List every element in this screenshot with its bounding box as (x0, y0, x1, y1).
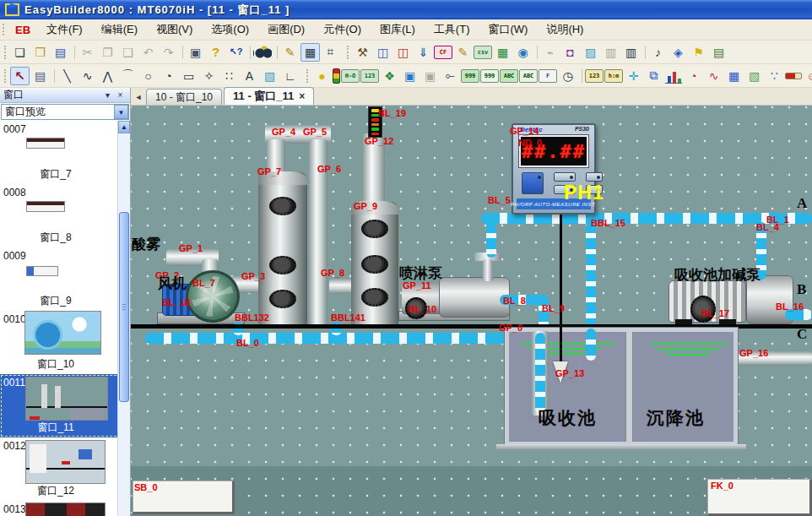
scale-icon[interactable]: ∷ (219, 67, 239, 85)
set-word-icon[interactable]: 123 (360, 69, 379, 83)
window-thumbnail[interactable] (25, 377, 108, 421)
canvas-label[interactable]: GP_12 (365, 136, 393, 146)
undo-icon[interactable]: ↶ (138, 43, 158, 62)
canvas-label[interactable]: B (797, 282, 806, 298)
bit-lamp-icon[interactable]: ● (312, 67, 332, 85)
select-arrow-icon[interactable]: ↖ (10, 67, 30, 85)
canvas-label[interactable]: BL_4 (756, 222, 779, 232)
window-thumbnail[interactable] (26, 266, 58, 276)
window-list-item[interactable]: 0012 窗口_12 (0, 437, 130, 501)
cyan-pipe-bl0[interactable] (145, 333, 513, 344)
toggle-switch-icon[interactable]: H-O (341, 69, 360, 83)
polyline-icon[interactable]: ⋀ (98, 67, 117, 85)
canvas-label[interactable]: SB_0 (134, 482, 158, 492)
menu-item[interactable]: 画图(D) (258, 19, 314, 40)
new-file-icon[interactable]: ❏ (10, 43, 30, 62)
line-icon[interactable]: ╲ (57, 67, 77, 85)
canvas-label[interactable]: GP_0 (499, 323, 522, 333)
system-clock-icon[interactable]: ◷ (558, 67, 577, 85)
scroll-up-icon[interactable]: ▲ (118, 121, 130, 133)
meter-button-large[interactable] (522, 172, 544, 194)
canvas-label[interactable]: 酸雾 (132, 237, 160, 253)
canvas-label[interactable]: GP_16 (739, 348, 768, 358)
window-list-item[interactable]: 0011 窗口_11 (0, 374, 130, 437)
cf-card-icon[interactable]: CF (434, 46, 452, 59)
canvas-label[interactable]: GP_1 (179, 243, 203, 253)
menu-item[interactable]: 元件(O) (314, 19, 371, 40)
canvas-label[interactable]: BL_5 (488, 195, 511, 205)
xy-plot-icon[interactable]: ∵ (765, 67, 784, 85)
word-lamp-icon[interactable]: ❖ (380, 67, 399, 85)
canvas-label[interactable]: BBL132 (235, 312, 269, 323)
canvas-label[interactable]: GP_14 (510, 126, 539, 136)
scrubber-tower-2[interactable] (351, 201, 398, 325)
canvas-label[interactable]: GP_8 (321, 268, 344, 278)
function-key-icon[interactable]: F (539, 69, 557, 83)
canvas-label[interactable]: FK_0 (711, 481, 734, 491)
cyan-pipe-bl15-drop[interactable] (586, 222, 596, 327)
word-display-icon[interactable]: 123 (585, 69, 604, 83)
canvas-label[interactable]: BL_0 (236, 338, 259, 348)
canvas-label[interactable]: BL_9 (542, 303, 565, 313)
tab-window-10[interactable]: 10 - 窗口_10 (146, 89, 222, 105)
valve-stem[interactable] (483, 259, 493, 281)
pane-collapse-icon[interactable]: ▾ (101, 90, 114, 101)
online-simulate-icon[interactable]: ◉ (513, 43, 533, 62)
time-display-icon[interactable]: h:m (604, 69, 623, 83)
picture-icon[interactable]: ▧ (260, 67, 279, 85)
menu-item[interactable]: 说明(H) (537, 19, 593, 40)
canvas-label[interactable]: BL_16 (776, 301, 804, 312)
help-icon[interactable]: ? (206, 43, 225, 62)
window-thumbnail[interactable] (26, 138, 65, 149)
menu-item[interactable]: 编辑(E) (92, 19, 147, 40)
meter-display-icon[interactable]: ◔ (684, 67, 703, 85)
open-file-icon[interactable]: ❒ (30, 43, 50, 62)
canvas-label[interactable]: 吸收池加碱泵 (674, 268, 761, 284)
cabinet-icon[interactable]: ▥ (621, 43, 641, 62)
chevron-down-icon[interactable]: ▾ (114, 105, 128, 119)
tab-window-11[interactable]: 11 - 窗口_11 × (224, 87, 314, 105)
menu-item[interactable]: 文件(F) (37, 19, 92, 40)
compile-icon[interactable]: ◫ (373, 43, 392, 62)
canvas-label[interactable]: GP_6 (317, 164, 341, 174)
key-object-icon[interactable]: ⟜ (441, 67, 460, 85)
download-icon[interactable]: ⇓ (414, 43, 433, 62)
canvas-label[interactable]: C (797, 327, 807, 343)
canvas-label[interactable]: BL_17 (701, 308, 729, 318)
find-icon[interactable] (253, 43, 273, 62)
canvas-label[interactable]: ND_0 (518, 138, 542, 148)
meter-button[interactable] (554, 172, 576, 182)
csv-icon[interactable]: csv (474, 46, 492, 59)
window-thumbnail[interactable] (25, 502, 106, 516)
design-canvas[interactable]: Dentec PS30 ##.## PH/ORP AUTO-MEA (131, 106, 812, 516)
frame-icon[interactable]: ∟ (280, 67, 300, 85)
circle-icon[interactable]: ○ (138, 67, 158, 85)
bezier-icon[interactable]: ∿ (78, 67, 97, 85)
direct-window-icon[interactable]: ▣ (400, 67, 420, 85)
recipe-table-icon[interactable]: ▦ (493, 43, 512, 62)
canvas-label[interactable]: 沉降池 (647, 408, 705, 427)
history-table-icon[interactable]: ▦ (724, 67, 744, 85)
window-preview-dropdown[interactable]: 窗口预览 ▾ (1, 104, 129, 120)
pen-icon[interactable]: ✎ (280, 43, 300, 62)
menu-item[interactable]: 工具(T) (425, 19, 479, 40)
text-icon[interactable]: A (240, 67, 259, 85)
canvas-label[interactable]: BBL141 (331, 312, 365, 323)
macro-icon[interactable]: ✎ (453, 43, 473, 62)
snap-icon[interactable]: ⌗ (321, 43, 340, 62)
menu-item[interactable]: 窗口(W) (479, 19, 537, 40)
save-icon[interactable]: ▤ (51, 43, 70, 62)
picture-view-icon[interactable]: ▧ (744, 67, 764, 85)
canvas-label[interactable]: 喷淋泵 (399, 266, 442, 282)
picture-manager-icon[interactable]: ▨ (581, 43, 600, 62)
rectangle-icon[interactable]: ▭ (179, 67, 198, 85)
multi-state-lamp-icon[interactable] (333, 68, 340, 84)
alarm-bar-icon[interactable] (785, 73, 802, 79)
canvas-label[interactable]: GP_11 (403, 280, 431, 291)
copy-icon[interactable]: ❐ (98, 43, 117, 62)
tab-scroll-left-icon[interactable]: ◄ (133, 90, 144, 104)
canvas-label[interactable]: A (797, 196, 807, 212)
arc-icon[interactable]: ⌒ (118, 67, 138, 85)
window-list-item[interactable]: 0013 (0, 501, 130, 516)
meter-button[interactable] (586, 172, 603, 182)
